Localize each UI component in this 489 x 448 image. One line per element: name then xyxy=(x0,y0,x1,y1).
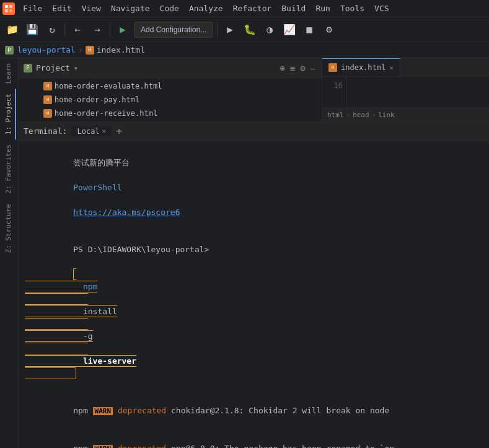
bug-button[interactable]: 🐛 xyxy=(241,21,258,38)
project-folder-icon: P xyxy=(5,46,14,55)
install-word: install xyxy=(83,307,117,316)
main-area: Learn 1: Project 2: Favorites Z: Structu… xyxy=(0,58,489,448)
terminal-warn-2: npm WARN deprecated opn@6.0.0: The packa… xyxy=(25,430,483,448)
terminal-tab-label: Local xyxy=(77,127,99,136)
svg-rect-3 xyxy=(9,9,12,12)
line-numbers: 16 xyxy=(322,77,347,108)
terminal-header: Terminal: Local ✕ + xyxy=(19,122,489,141)
terminal-local-tab[interactable]: Local ✕ xyxy=(72,126,111,137)
terminal-warn-1: npm WARN deprecated chokidar@2.1.8: Chok… xyxy=(25,392,483,430)
toolbar-separator-1 xyxy=(64,24,65,36)
file-label-receive: home-order-receive.html xyxy=(55,109,157,118)
platform-text: 尝试新的腾平台 xyxy=(73,158,130,167)
run-button[interactable]: ▶ xyxy=(114,21,131,38)
sidebar-tab-favorites[interactable]: 2: Favorites xyxy=(2,139,16,198)
breadcrumb-html-icon: H xyxy=(86,46,94,55)
file-label-evaluate: home-order-evaluate.html xyxy=(55,82,162,90)
menu-vcs[interactable]: VCS xyxy=(370,2,393,14)
project-panel-title: Project xyxy=(36,63,70,72)
menu-bar: File Edit View Navigate Code Analyze Ref… xyxy=(0,0,489,17)
menu-view[interactable]: View xyxy=(77,2,105,14)
save-button[interactable]: 💾 xyxy=(24,21,41,38)
terminal-tab-close-button[interactable]: ✕ xyxy=(102,127,107,135)
file-label-pay: home-order-pay.html xyxy=(55,95,139,104)
terminal-new-tab-button[interactable]: + xyxy=(116,125,122,137)
project-collapse-button[interactable]: ≡ xyxy=(289,62,296,74)
file-item-evaluate[interactable]: H home-order-evaluate.html xyxy=(19,79,322,93)
file-item-pay[interactable]: H home-order-pay.html xyxy=(19,93,322,107)
breadcrumb-bar: P leyou-portal › H index.html xyxy=(0,42,489,58)
live-server-word: live-server xyxy=(83,356,136,366)
code-editor[interactable] xyxy=(347,77,489,108)
coverage-button[interactable]: ◑ xyxy=(261,21,278,38)
svg-rect-2 xyxy=(5,9,8,12)
back-button[interactable]: ← xyxy=(69,21,86,38)
project-panel-header: P Project ▾ ⊕ ≡ ⚙ — xyxy=(19,58,322,78)
file-html-icon-pay: H xyxy=(43,95,52,104)
add-configuration-button[interactable]: Add Configuration... xyxy=(134,22,213,38)
project-dropdown-arrow[interactable]: ▾ xyxy=(74,64,78,72)
top-section: P Project ▾ ⊕ ≡ ⚙ — H home-order-evaluat… xyxy=(19,58,489,122)
menu-code[interactable]: Code xyxy=(156,2,183,14)
breadcrumb-sep-1: › xyxy=(78,45,83,55)
npm-word: npm xyxy=(83,282,97,291)
forward-button[interactable]: → xyxy=(89,21,106,38)
project-settings-button[interactable]: ⚙ xyxy=(299,62,306,74)
pscore-url[interactable]: https://aka.ms/pscore6 xyxy=(73,208,180,217)
svg-rect-1 xyxy=(9,5,12,8)
editor-tab-index[interactable]: H index.html ✕ xyxy=(322,58,400,76)
breadcrumb-file[interactable]: index.html xyxy=(97,45,145,55)
menu-refactor[interactable]: Refactor xyxy=(229,2,276,14)
profile-button[interactable]: 📈 xyxy=(281,21,298,38)
editor-tab-close-button[interactable]: ✕ xyxy=(389,64,394,72)
sidebar-tab-project[interactable]: 1: Project xyxy=(2,89,16,139)
more-button[interactable]: ⚙ xyxy=(320,21,338,38)
menu-file[interactable]: File xyxy=(19,2,46,14)
terminal-line-command: PS D:\IDEAWORK\leyou-portal> npm install… xyxy=(25,231,483,392)
sidebar-tab-learn[interactable]: Learn xyxy=(2,58,16,89)
editor-tab-bar: H index.html ✕ xyxy=(322,58,489,77)
menu-navigate[interactable]: Navigate xyxy=(107,2,154,14)
terminal-label: Terminal: xyxy=(24,126,67,136)
left-sidebar: Learn 1: Project 2: Favorites Z: Structu… xyxy=(0,58,19,448)
play-button[interactable]: ▶ xyxy=(221,21,239,38)
g-flag: -g xyxy=(83,332,93,341)
terminal-line-platform: 尝试新的腾平台 PowerShell https://aka.ms/pscore… xyxy=(25,144,483,231)
menu-tools[interactable]: Tools xyxy=(336,2,369,14)
line-number-16: 16 xyxy=(326,79,343,92)
open-folder-button[interactable]: 📁 xyxy=(4,21,21,38)
project-minimize-button[interactable]: — xyxy=(309,62,317,74)
file-html-icon-evaluate: H xyxy=(43,82,52,90)
svg-rect-0 xyxy=(5,5,8,8)
content-area: P Project ▾ ⊕ ≡ ⚙ — H home-order-evaluat… xyxy=(19,58,489,448)
terminal-command-box: npm install -g live-server xyxy=(25,268,136,379)
project-panel-actions: ⊕ ≡ ⚙ — xyxy=(278,62,317,74)
terminal-section: Terminal: Local ✕ + 尝试新的腾平台 PowerShell h… xyxy=(19,122,489,448)
sidebar-tab-structure[interactable]: Z: Structure xyxy=(2,199,16,258)
menu-build[interactable]: Build xyxy=(277,2,310,14)
breadcrumb-sep-head-link: › xyxy=(372,111,376,119)
app-logo xyxy=(2,2,15,15)
project-panel: P Project ▾ ⊕ ≡ ⚙ — H home-order-evaluat… xyxy=(19,58,322,121)
file-item-receive[interactable]: H home-order-receive.html xyxy=(19,107,322,120)
editor-tab-label: index.html xyxy=(341,63,385,72)
editor-breadcrumb: html › head › link xyxy=(322,108,489,121)
editor-content-area: 16 xyxy=(322,77,489,108)
menu-run[interactable]: Run xyxy=(311,2,334,14)
stop-button[interactable]: ■ xyxy=(301,21,318,38)
menu-analyze[interactable]: Analyze xyxy=(185,2,227,14)
warn-badge-1: WARN xyxy=(93,407,113,415)
breadcrumb-sep-html-head: › xyxy=(346,111,351,119)
menu-edit[interactable]: Edit xyxy=(48,2,76,14)
toolbar: 📁 💾 ↻ ← → ▶ Add Configuration... ▶ 🐛 ◑ 📈… xyxy=(0,17,489,42)
toolbar-separator-2 xyxy=(110,24,110,36)
editor-breadcrumb-head: head xyxy=(353,111,369,119)
warn-badge-2: WARN xyxy=(93,445,113,448)
project-locate-button[interactable]: ⊕ xyxy=(278,62,286,74)
editor-breadcrumb-link: link xyxy=(378,111,395,119)
terminal-output: 尝试新的腾平台 PowerShell https://aka.ms/pscore… xyxy=(19,141,489,448)
terminal-prompt: PS D:\IDEAWORK\leyou-portal> xyxy=(73,245,209,254)
breadcrumb-project[interactable]: leyou-portal xyxy=(17,45,76,55)
refresh-button[interactable]: ↻ xyxy=(43,21,61,38)
editor-panel: H index.html ✕ 16 html › head › li xyxy=(322,58,489,121)
